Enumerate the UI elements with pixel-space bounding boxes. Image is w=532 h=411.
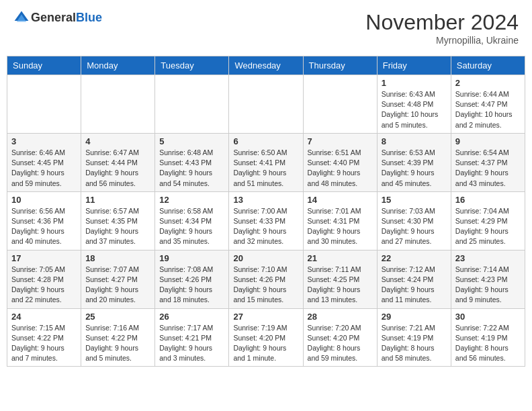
calendar-cell: 15Sunrise: 7:03 AM Sunset: 4:30 PM Dayli… [377, 191, 451, 250]
day-info: Sunrise: 7:22 AM Sunset: 4:19 PM Dayligh… [455, 323, 521, 364]
day-info: Sunrise: 7:08 AM Sunset: 4:26 PM Dayligh… [159, 265, 224, 306]
day-number: 26 [159, 312, 224, 322]
calendar-cell: 20Sunrise: 7:10 AM Sunset: 4:26 PM Dayli… [229, 250, 303, 308]
day-info: Sunrise: 7:05 AM Sunset: 4:28 PM Dayligh… [11, 265, 77, 306]
day-info: Sunrise: 7:01 AM Sunset: 4:31 PM Dayligh… [308, 206, 373, 247]
calendar-cell: 10Sunrise: 6:56 AM Sunset: 4:36 PM Dayli… [7, 191, 81, 250]
day-info: Sunrise: 7:16 AM Sunset: 4:22 PM Dayligh… [85, 323, 150, 364]
day-number: 30 [455, 312, 521, 322]
calendar-cell: 13Sunrise: 7:00 AM Sunset: 4:33 PM Dayli… [229, 191, 303, 250]
day-info: Sunrise: 6:50 AM Sunset: 4:41 PM Dayligh… [233, 148, 298, 189]
day-number: 20 [233, 253, 298, 263]
logo-text: GeneralBlue [31, 11, 102, 25]
day-number: 7 [308, 136, 373, 146]
calendar-cell: 27Sunrise: 7:19 AM Sunset: 4:20 PM Dayli… [229, 308, 303, 367]
calendar-cell: 29Sunrise: 7:21 AM Sunset: 4:19 PM Dayli… [377, 308, 451, 367]
logo: GeneralBlue [13, 10, 102, 26]
calendar-cell: 26Sunrise: 7:17 AM Sunset: 4:21 PM Dayli… [155, 308, 229, 367]
day-number: 22 [382, 253, 447, 263]
weekday-header: Tuesday [155, 56, 229, 75]
day-number: 3 [11, 136, 77, 146]
day-info: Sunrise: 6:48 AM Sunset: 4:43 PM Dayligh… [159, 148, 224, 189]
calendar-cell: 8Sunrise: 6:53 AM Sunset: 4:39 PM Daylig… [377, 133, 451, 191]
day-number: 8 [382, 136, 447, 146]
calendar-cell: 4Sunrise: 6:47 AM Sunset: 4:44 PM Daylig… [81, 133, 155, 191]
day-number: 13 [233, 195, 298, 205]
calendar-cell [81, 75, 155, 134]
weekday-header: Friday [377, 56, 451, 75]
day-info: Sunrise: 7:12 AM Sunset: 4:24 PM Dayligh… [382, 265, 447, 306]
calendar-cell: 24Sunrise: 7:15 AM Sunset: 4:22 PM Dayli… [7, 308, 81, 367]
day-info: Sunrise: 6:51 AM Sunset: 4:40 PM Dayligh… [308, 148, 373, 189]
calendar-cell: 21Sunrise: 7:11 AM Sunset: 4:25 PM Dayli… [303, 250, 377, 308]
day-info: Sunrise: 7:10 AM Sunset: 4:26 PM Dayligh… [233, 265, 298, 306]
calendar-cell: 22Sunrise: 7:12 AM Sunset: 4:24 PM Dayli… [377, 250, 451, 308]
calendar-cell: 14Sunrise: 7:01 AM Sunset: 4:31 PM Dayli… [303, 191, 377, 250]
calendar-cell: 25Sunrise: 7:16 AM Sunset: 4:22 PM Dayli… [81, 308, 155, 367]
day-info: Sunrise: 6:43 AM Sunset: 4:48 PM Dayligh… [382, 89, 447, 130]
calendar-cell: 23Sunrise: 7:14 AM Sunset: 4:23 PM Dayli… [451, 250, 525, 308]
title-section: November 2024 Myrnopillia, Ukraine [365, 10, 519, 46]
day-info: Sunrise: 6:46 AM Sunset: 4:45 PM Dayligh… [11, 148, 77, 189]
logo-blue: Blue [76, 11, 102, 24]
day-number: 12 [159, 195, 224, 205]
day-number: 6 [233, 136, 298, 146]
day-number: 5 [159, 136, 224, 146]
day-number: 18 [85, 253, 150, 263]
day-number: 25 [85, 312, 150, 322]
calendar-cell [155, 75, 229, 134]
day-number: 19 [159, 253, 224, 263]
day-info: Sunrise: 7:00 AM Sunset: 4:33 PM Dayligh… [233, 206, 298, 247]
calendar-cell: 11Sunrise: 6:57 AM Sunset: 4:35 PM Dayli… [81, 191, 155, 250]
month-title: November 2024 [365, 10, 519, 35]
calendar-week-row: 24Sunrise: 7:15 AM Sunset: 4:22 PM Dayli… [7, 308, 525, 367]
day-number: 15 [382, 195, 447, 205]
day-number: 14 [308, 195, 373, 205]
day-info: Sunrise: 6:44 AM Sunset: 4:47 PM Dayligh… [455, 89, 521, 130]
calendar-cell [303, 75, 377, 134]
day-info: Sunrise: 7:04 AM Sunset: 4:29 PM Dayligh… [455, 206, 521, 247]
calendar-cell: 17Sunrise: 7:05 AM Sunset: 4:28 PM Dayli… [7, 250, 81, 308]
day-info: Sunrise: 6:57 AM Sunset: 4:35 PM Dayligh… [85, 206, 150, 247]
day-number: 1 [382, 78, 447, 88]
day-info: Sunrise: 7:03 AM Sunset: 4:30 PM Dayligh… [382, 206, 447, 247]
calendar-cell: 16Sunrise: 7:04 AM Sunset: 4:29 PM Dayli… [451, 191, 525, 250]
calendar-week-row: 3Sunrise: 6:46 AM Sunset: 4:45 PM Daylig… [7, 133, 525, 191]
day-info: Sunrise: 7:20 AM Sunset: 4:20 PM Dayligh… [308, 323, 373, 364]
weekday-header: Thursday [303, 56, 377, 75]
calendar-cell: 19Sunrise: 7:08 AM Sunset: 4:26 PM Dayli… [155, 250, 229, 308]
page-header: GeneralBlue November 2024 Myrnopillia, U… [7, 7, 525, 49]
calendar-cell: 7Sunrise: 6:51 AM Sunset: 4:40 PM Daylig… [303, 133, 377, 191]
calendar-cell [229, 75, 303, 134]
calendar-week-row: 17Sunrise: 7:05 AM Sunset: 4:28 PM Dayli… [7, 250, 525, 308]
day-number: 4 [85, 136, 150, 146]
day-number: 16 [455, 195, 521, 205]
calendar-cell: 9Sunrise: 6:54 AM Sunset: 4:37 PM Daylig… [451, 133, 525, 191]
day-info: Sunrise: 7:21 AM Sunset: 4:19 PM Dayligh… [382, 323, 447, 364]
calendar-week-row: 10Sunrise: 6:56 AM Sunset: 4:36 PM Dayli… [7, 191, 525, 250]
logo-icon [13, 10, 30, 26]
day-info: Sunrise: 7:17 AM Sunset: 4:21 PM Dayligh… [159, 323, 224, 364]
day-info: Sunrise: 6:47 AM Sunset: 4:44 PM Dayligh… [85, 148, 150, 189]
calendar-cell: 28Sunrise: 7:20 AM Sunset: 4:20 PM Dayli… [303, 308, 377, 367]
calendar-cell: 6Sunrise: 6:50 AM Sunset: 4:41 PM Daylig… [229, 133, 303, 191]
day-info: Sunrise: 6:58 AM Sunset: 4:34 PM Dayligh… [159, 206, 224, 247]
day-number: 11 [85, 195, 150, 205]
weekday-header: Saturday [451, 56, 525, 75]
day-info: Sunrise: 6:56 AM Sunset: 4:36 PM Dayligh… [11, 206, 77, 247]
calendar-table: SundayMondayTuesdayWednesdayThursdayFrid… [7, 56, 525, 367]
weekday-header: Sunday [7, 56, 81, 75]
day-info: Sunrise: 6:54 AM Sunset: 4:37 PM Dayligh… [455, 148, 521, 189]
day-number: 9 [455, 136, 521, 146]
day-number: 28 [308, 312, 373, 322]
day-number: 27 [233, 312, 298, 322]
day-number: 24 [11, 312, 77, 322]
calendar-cell: 18Sunrise: 7:07 AM Sunset: 4:27 PM Dayli… [81, 250, 155, 308]
calendar-cell: 5Sunrise: 6:48 AM Sunset: 4:43 PM Daylig… [155, 133, 229, 191]
day-number: 2 [455, 78, 521, 88]
day-info: Sunrise: 7:15 AM Sunset: 4:22 PM Dayligh… [11, 323, 77, 364]
day-number: 23 [455, 253, 521, 263]
day-number: 21 [308, 253, 373, 263]
calendar-week-row: 1Sunrise: 6:43 AM Sunset: 4:48 PM Daylig… [7, 75, 525, 134]
weekday-header-row: SundayMondayTuesdayWednesdayThursdayFrid… [7, 56, 525, 75]
